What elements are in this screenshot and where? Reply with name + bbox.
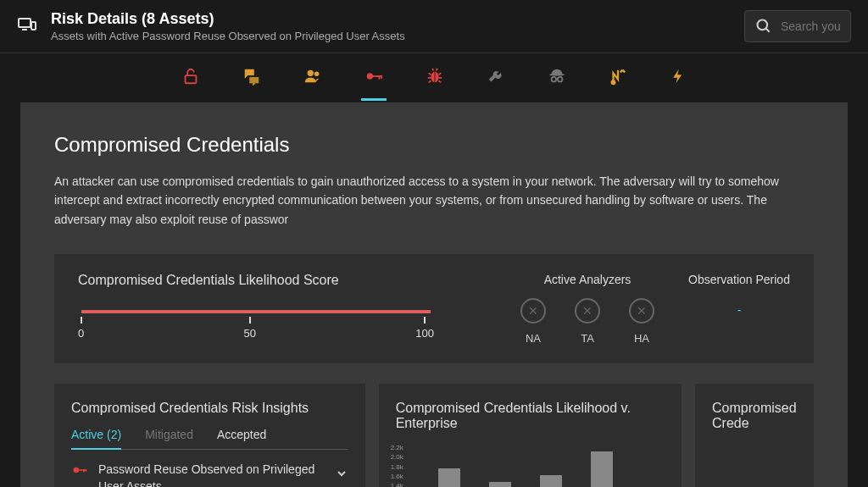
svg-rect-10	[379, 75, 381, 80]
disabled-icon: ✕	[629, 298, 654, 324]
key-icon	[71, 462, 88, 481]
svg-line-4	[766, 29, 770, 32]
tab-bug[interactable]	[422, 64, 448, 92]
observation-period: Observation Period -	[688, 273, 790, 317]
observation-value: -	[688, 303, 790, 317]
disabled-icon: ✕	[520, 298, 546, 324]
score-title: Compromised Credentials Likelihood Score	[78, 273, 487, 288]
page-header: Risk Details (8 Assets) Assets with Acti…	[0, 0, 868, 53]
risk-insights-panel: Compromised Credentials Risk Insights Ac…	[54, 384, 365, 487]
svg-point-19	[74, 468, 80, 473]
tab-users[interactable]	[300, 64, 326, 92]
lock-icon	[181, 67, 200, 86]
observation-title: Observation Period	[688, 273, 790, 286]
spy-icon	[548, 67, 566, 86]
analyzers-title: Active Analyzers	[520, 273, 654, 286]
svg-rect-5	[186, 75, 197, 83]
svg-rect-9	[372, 75, 381, 77]
page-subtitle: Assets with Active Password Reuse Observ…	[51, 30, 744, 42]
third-panel: Compromised Crede	[695, 384, 814, 487]
tab-route[interactable]	[605, 64, 631, 92]
chart-bar	[438, 468, 460, 487]
svg-point-7	[314, 72, 320, 77]
users-icon	[303, 67, 322, 86]
svg-point-6	[308, 70, 314, 76]
svg-point-14	[549, 74, 565, 76]
section-description: An attacker can use compromised credenti…	[54, 172, 814, 229]
svg-rect-20	[78, 469, 86, 471]
score-min: 0	[78, 317, 84, 340]
svg-rect-22	[86, 469, 87, 472]
tab-wrench[interactable]	[483, 64, 509, 92]
insights-title: Compromised Credentials Risk Insights	[71, 401, 348, 416]
tab-accepted[interactable]: Accepted	[217, 428, 266, 449]
chart-bar	[489, 482, 511, 487]
score-bar: 0 50 100	[78, 310, 434, 340]
bolt-icon	[670, 67, 687, 86]
insights-tabs: Active (2) Mitigated Accepted	[71, 428, 348, 450]
search-box[interactable]	[744, 10, 851, 42]
devices-icon	[17, 14, 37, 38]
svg-point-15	[552, 77, 557, 82]
chart-bar	[591, 451, 613, 487]
chevron-down-icon[interactable]	[335, 467, 348, 483]
likelihood-title: Compromised Credentials Likelihood v. En…	[396, 401, 665, 431]
panel3-title: Compromised Crede	[712, 401, 797, 431]
tab-key[interactable]	[361, 64, 387, 92]
svg-rect-21	[83, 469, 85, 472]
analyzer-ta[interactable]: ✕ TA	[575, 298, 600, 345]
likelihood-panel: Compromised Credentials Likelihood v. En…	[379, 384, 682, 487]
analyzers-section: Active Analyzers ✕ NA ✕ TA ✕ HA	[520, 273, 654, 345]
tab-lock[interactable]	[178, 64, 203, 92]
analyzer-na[interactable]: ✕ NA	[520, 298, 546, 345]
disabled-icon: ✕	[575, 298, 600, 324]
y-axis-labels: 2.2k 2.0k 1.8k 1.6k 1.4k	[391, 443, 403, 487]
bug-icon	[426, 67, 444, 86]
svg-point-8	[367, 73, 373, 79]
score-card: Compromised Credentials Likelihood Score…	[54, 254, 814, 363]
page-title: Risk Details (8 Assets)	[51, 10, 744, 28]
insight-item[interactable]: Password Reuse Observed on Privileged Us…	[71, 462, 348, 487]
analyzer-ha[interactable]: ✕ HA	[629, 298, 654, 345]
svg-rect-0	[19, 19, 31, 27]
chart-bar	[540, 475, 562, 487]
main-content: Compromised Credentials An attacker can …	[20, 102, 848, 487]
tab-chat[interactable]	[239, 64, 264, 92]
search-icon	[755, 18, 772, 35]
tab-bolt[interactable]	[666, 64, 690, 92]
svg-rect-11	[381, 75, 382, 79]
insight-text: Password Reuse Observed on Privileged Us…	[98, 462, 325, 487]
score-max: 100	[415, 317, 434, 340]
bar-chart: 2.2k 2.0k 1.8k 1.6k 1.4k	[396, 443, 665, 487]
tab-active[interactable]: Active (2)	[71, 428, 121, 450]
tab-mitigated[interactable]: Mitigated	[145, 428, 193, 449]
section-title: Compromised Credentials	[54, 133, 814, 157]
route-icon	[609, 67, 627, 86]
category-tabs	[0, 53, 868, 102]
svg-point-3	[758, 20, 768, 30]
svg-rect-1	[31, 22, 36, 30]
svg-point-16	[558, 77, 563, 82]
key-icon	[364, 67, 383, 86]
score-mid: 50	[244, 317, 256, 340]
wrench-icon	[487, 67, 505, 86]
tab-spy[interactable]	[544, 64, 570, 92]
chat-icon	[242, 67, 261, 86]
search-input[interactable]	[781, 19, 840, 33]
svg-point-18	[612, 81, 615, 85]
